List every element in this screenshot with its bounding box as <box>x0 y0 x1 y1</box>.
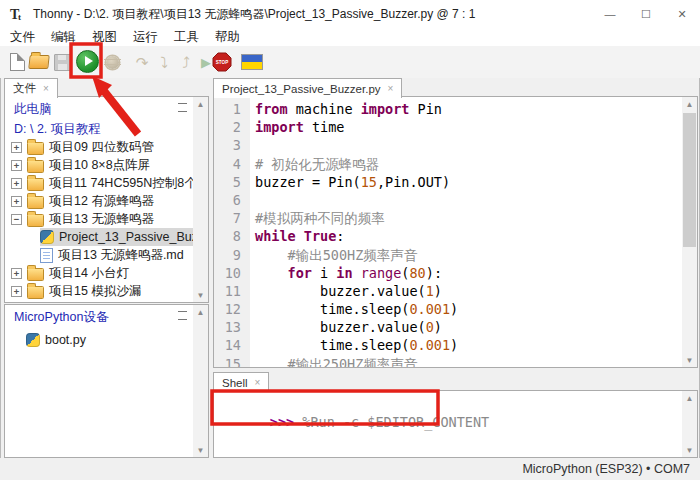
minimize-button[interactable]: — <box>592 0 628 28</box>
tab-editor-label: Project_13_Passive_Buzzer.py <box>222 83 381 95</box>
tree-item[interactable]: +项目10 8×8点阵屏 <box>5 156 193 174</box>
tree-item[interactable]: +项目14 小台灯 <box>5 264 193 282</box>
tree-item[interactable]: +项目11 74HC595N控制8个LED <box>5 174 193 192</box>
scroll-down-icon[interactable]: ▼ <box>193 288 208 302</box>
run-script-icon[interactable] <box>75 48 99 74</box>
scroll-up-icon[interactable]: ▲ <box>193 305 208 319</box>
step-into-icon[interactable]: ⤵ <box>152 49 176 75</box>
window-title: Thonny - D:\2. 项目教程\项目13 无源蜂鸣器\Project_1… <box>33 6 475 23</box>
menu-item[interactable]: 工具 <box>166 29 207 46</box>
tree-item-label: Project_13_Passive_Buzzer <box>59 230 193 244</box>
device-scrollbar[interactable]: ▲ ▼ <box>193 305 208 457</box>
line-number: 15 <box>214 355 250 367</box>
status-bar: MicroPython (ESP32) • COM7 <box>0 458 700 480</box>
files-panel: 此电脑 D: \ 2. 项目教程 +项目09 四位数码管+项目10 8×8点阵屏… <box>4 96 209 303</box>
device-panel-menu-icon[interactable] <box>178 311 187 320</box>
scroll-up-icon[interactable]: ▲ <box>682 391 697 405</box>
tree-item[interactable]: −项目13 无源蜂鸣器 <box>5 210 193 228</box>
minus-expander-icon[interactable]: − <box>11 214 22 225</box>
code-editor[interactable]: 1from machine import Pin2import time34# … <box>213 96 698 368</box>
code-line: 5buzzer = Pin(15,Pin.OUT) <box>214 173 682 191</box>
scroll-down-icon[interactable]: ▼ <box>682 353 697 367</box>
editor-scrollbar[interactable]: ▲ ▼ <box>682 97 697 367</box>
support-ukraine-flag-icon[interactable] <box>240 49 264 75</box>
backend-status-label[interactable]: MicroPython (ESP32) • COM7 <box>522 462 700 476</box>
device-panel-label[interactable]: MicroPython设备 <box>14 309 108 326</box>
code-line: 11 buzzer.value(1) <box>214 282 682 300</box>
code-line: 14 time.sleep(0.001) <box>214 336 682 354</box>
current-path-label[interactable]: D: \ 2. 项目教程 <box>5 119 208 138</box>
code-line: 10 for i in range(80): <box>214 264 682 282</box>
scrollbar-thumb[interactable] <box>683 113 696 247</box>
code-line: 1from machine import Pin <box>214 100 682 118</box>
files-scrollbar[interactable]: ▲ ▼ <box>193 97 208 302</box>
code-line: 7#模拟两种不同的频率 <box>214 209 682 227</box>
line-number: 3 <box>214 136 250 154</box>
scroll-down-icon[interactable]: ▼ <box>193 443 208 457</box>
tree-item[interactable]: 项目13 无源蜂鸣器.md <box>5 246 193 264</box>
debug-script-icon[interactable] <box>100 49 124 75</box>
step-over-icon[interactable]: ↷ <box>130 49 154 75</box>
shell-scrollbar[interactable]: ▲ ▼ <box>682 391 697 457</box>
files-panel-menu-icon[interactable] <box>178 103 187 112</box>
tab-close-icon[interactable]: × <box>388 83 394 94</box>
close-button[interactable]: ✕ <box>664 0 700 28</box>
tab-close-icon[interactable]: × <box>255 377 261 388</box>
line-number: 1 <box>214 100 250 118</box>
python-file-icon <box>40 230 54 244</box>
menu-item[interactable]: 视图 <box>84 29 125 46</box>
line-number: 2 <box>214 118 250 136</box>
shell-panel[interactable]: >>> %Run -c $EDITOR_CONTENT ▲ ▼ <box>213 390 698 458</box>
plus-expander-icon[interactable]: + <box>11 286 22 297</box>
device-file-tree: boot.py <box>5 331 193 349</box>
menu-item[interactable]: 帮助 <box>207 29 248 46</box>
plus-expander-icon[interactable]: + <box>11 142 22 153</box>
tree-item[interactable]: Project_13_Passive_Buzzer <box>5 228 193 246</box>
tree-item-label: 项目12 有源蜂鸣器 <box>49 193 154 210</box>
tree-item[interactable]: +项目09 四位数码管 <box>5 138 193 156</box>
tab-close-icon[interactable]: × <box>43 83 49 94</box>
title-bar: T t Thonny - D:\2. 项目教程\项目13 无源蜂鸣器\Proje… <box>0 0 700 28</box>
menu-item[interactable]: 文件 <box>2 29 43 46</box>
maximize-button[interactable]: ☐ <box>628 0 664 28</box>
save-file-icon[interactable] <box>50 49 74 75</box>
code-text: buzzer = Pin(15,Pin.OUT) <box>250 173 450 191</box>
open-file-icon[interactable] <box>27 49 51 75</box>
line-number: 13 <box>214 318 250 336</box>
tree-item-label: 项目13 无源蜂鸣器.md <box>58 247 184 264</box>
line-number: 11 <box>214 282 250 300</box>
this-pc-label[interactable]: 此电脑 <box>14 101 52 118</box>
scroll-up-icon[interactable]: ▲ <box>682 97 697 111</box>
plus-expander-icon[interactable]: + <box>11 178 22 189</box>
menu-item[interactable]: 编辑 <box>43 29 84 46</box>
shell-prompt: >>> <box>270 414 294 430</box>
line-number: 5 <box>214 173 250 191</box>
code-text <box>250 136 255 154</box>
tree-item[interactable]: boot.py <box>5 331 193 349</box>
tab-editor[interactable]: Project_13_Passive_Buzzer.py × <box>213 78 402 98</box>
line-number: 4 <box>214 155 250 173</box>
new-file-icon[interactable] <box>5 49 29 75</box>
tab-files[interactable]: 文件 × <box>4 78 58 98</box>
line-number: 10 <box>214 264 250 282</box>
plus-expander-icon[interactable]: + <box>11 196 22 207</box>
menu-item[interactable]: 运行 <box>125 29 166 46</box>
code-area[interactable]: 1from machine import Pin2import time34# … <box>214 100 682 367</box>
scroll-down-icon[interactable]: ▼ <box>682 443 697 457</box>
tab-shell[interactable]: Shell × <box>213 372 269 392</box>
tree-item[interactable]: +项目15 模拟沙漏 <box>5 282 193 300</box>
plus-expander-icon[interactable]: + <box>11 160 22 171</box>
folder-file-icon <box>27 196 44 209</box>
code-line: 15 #输出250HZ频率声音 <box>214 355 682 367</box>
scroll-up-icon[interactable]: ▲ <box>193 97 208 111</box>
code-text: #输出250HZ频率声音 <box>250 355 417 367</box>
code-text: #输出500HZ频率声音 <box>250 246 417 264</box>
plus-expander-icon[interactable]: + <box>11 268 22 279</box>
line-number: 7 <box>214 209 250 227</box>
micropython-device-panel: MicroPython设备 boot.py ▲ ▼ <box>4 304 209 458</box>
code-line: 8while True: <box>214 227 682 245</box>
folder-file-icon <box>27 142 44 155</box>
tree-item[interactable]: +项目12 有源蜂鸣器 <box>5 192 193 210</box>
stop-restart-icon[interactable]: STOP <box>210 49 234 75</box>
code-text: #模拟两种不同的频率 <box>250 209 385 227</box>
